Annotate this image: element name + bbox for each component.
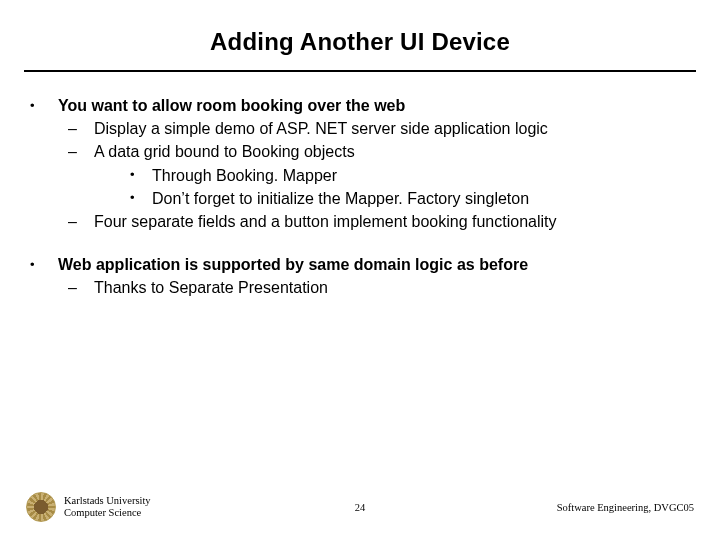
institution-line-2: Computer Science: [64, 507, 151, 519]
course-code: Software Engineering, DVGC05: [390, 502, 694, 513]
bullet-1-sub-2-text: A data grid bound to Booking objects: [94, 140, 696, 163]
bullet-1-sub-2b: • Don’t forget to initialize the Mapper.…: [94, 187, 696, 210]
slide: Adding Another UI Device • You want to a…: [0, 0, 720, 540]
dot-icon: •: [130, 187, 152, 210]
institution: Karlstads University Computer Science: [64, 495, 151, 519]
bullet-1-sub-2a: • Through Booking. Mapper: [94, 164, 696, 187]
bullet-2-head: Web application is supported by same dom…: [58, 253, 696, 276]
bullet-2: • Web application is supported by same d…: [30, 253, 696, 299]
dash-icon: –: [68, 276, 94, 299]
institution-line-1: Karlstads University: [64, 495, 151, 507]
bullet-1-sub-2a-text: Through Booking. Mapper: [152, 164, 696, 187]
slide-footer: Karlstads University Computer Science 24…: [0, 492, 720, 522]
dash-icon: –: [68, 117, 94, 140]
dash-icon: –: [68, 210, 94, 233]
bullet-icon: •: [30, 94, 58, 233]
dash-icon: –: [68, 140, 94, 210]
bullet-1-sub-1: – Display a simple demo of ASP. NET serv…: [58, 117, 696, 140]
slide-content: • You want to allow room booking over th…: [24, 94, 696, 300]
bullet-1-sub-2b-text: Don’t forget to initialize the Mapper. F…: [152, 187, 696, 210]
bullet-2-sub-1-text: Thanks to Separate Presentation: [94, 276, 696, 299]
bullet-1-sub-3: – Four separate fields and a button impl…: [58, 210, 696, 233]
university-logo-icon: [26, 492, 56, 522]
bullet-1: • You want to allow room booking over th…: [30, 94, 696, 233]
bullet-1-head: You want to allow room booking over the …: [58, 94, 696, 117]
bullet-1-sub-3-text: Four separate fields and a button implem…: [94, 210, 696, 233]
bullet-1-sub-1-text: Display a simple demo of ASP. NET server…: [94, 117, 696, 140]
page-number: 24: [330, 502, 390, 513]
footer-left: Karlstads University Computer Science: [26, 492, 330, 522]
title-rule: [24, 70, 696, 72]
bullet-icon: •: [30, 253, 58, 299]
bullet-1-sub-2: – A data grid bound to Booking objects •…: [58, 140, 696, 210]
dot-icon: •: [130, 164, 152, 187]
slide-title: Adding Another UI Device: [24, 28, 696, 70]
bullet-2-sub-1: – Thanks to Separate Presentation: [58, 276, 696, 299]
